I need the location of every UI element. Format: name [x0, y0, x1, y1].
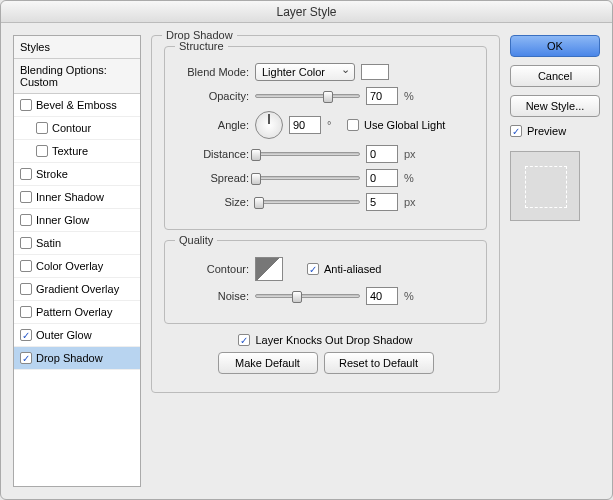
preview-checkbox[interactable]: ✓Preview [510, 125, 600, 137]
knockout-checkbox[interactable]: ✓Layer Knocks Out Drop Shadow [238, 334, 412, 346]
sidebar-item-label: Inner Glow [36, 214, 89, 226]
right-buttons: OK Cancel New Style... ✓Preview [510, 35, 600, 487]
checkbox-icon[interactable]: ✓ [20, 329, 32, 341]
preview-thumbnail [510, 151, 580, 221]
window-title: Layer Style [1, 1, 612, 23]
checkbox-icon[interactable]: ✓ [20, 352, 32, 364]
checkbox-icon[interactable] [20, 306, 32, 318]
sidebar-item-inner-shadow[interactable]: Inner Shadow [14, 186, 140, 209]
unit-percent: % [404, 290, 418, 302]
noise-label: Noise: [177, 290, 249, 302]
ok-button[interactable]: OK [510, 35, 600, 57]
distance-label: Distance: [177, 148, 249, 160]
sidebar-item-label: Pattern Overlay [36, 306, 112, 318]
opacity-input[interactable]: 70 [366, 87, 398, 105]
quality-legend: Quality [175, 234, 217, 246]
opacity-slider[interactable] [255, 94, 360, 98]
checkbox-icon[interactable] [36, 145, 48, 157]
noise-input[interactable]: 40 [366, 287, 398, 305]
sidebar-item-pattern-overlay[interactable]: Pattern Overlay [14, 301, 140, 324]
angle-dial[interactable] [255, 111, 283, 139]
checkbox-icon: ✓ [510, 125, 522, 137]
layer-style-dialog: Layer Style Styles Blending Options: Cus… [0, 0, 613, 500]
structure-fieldset: Structure Blend Mode: Lighter Color Opac… [164, 46, 487, 230]
make-default-button[interactable]: Make Default [218, 352, 318, 374]
spread-slider[interactable] [255, 176, 360, 180]
sidebar-item-label: Drop Shadow [36, 352, 103, 364]
sidebar-item-contour[interactable]: Contour [14, 117, 140, 140]
sidebar-header[interactable]: Styles [14, 36, 140, 59]
sidebar-item-satin[interactable]: Satin [14, 232, 140, 255]
checkbox-icon[interactable] [20, 214, 32, 226]
knockout-label: Layer Knocks Out Drop Shadow [255, 334, 412, 346]
sidebar-item-label: Contour [52, 122, 91, 134]
use-global-label: Use Global Light [364, 119, 445, 131]
sidebar-item-inner-glow[interactable]: Inner Glow [14, 209, 140, 232]
sidebar-item-bevel[interactable]: Bevel & Emboss [14, 94, 140, 117]
distance-input[interactable]: 0 [366, 145, 398, 163]
preview-label: Preview [527, 125, 566, 137]
sidebar-item-label: Outer Glow [36, 329, 92, 341]
checkbox-icon[interactable] [20, 168, 32, 180]
unit-percent: % [404, 172, 418, 184]
sidebar-item-outer-glow[interactable]: ✓Outer Glow [14, 324, 140, 347]
sidebar-item-gradient-overlay[interactable]: Gradient Overlay [14, 278, 140, 301]
checkbox-icon: ✓ [238, 334, 250, 346]
checkbox-icon [347, 119, 359, 131]
blend-mode-label: Blend Mode: [177, 66, 249, 78]
checkbox-icon[interactable] [20, 99, 32, 111]
sidebar-item-label: Color Overlay [36, 260, 103, 272]
cancel-button[interactable]: Cancel [510, 65, 600, 87]
sidebar-item-label: Bevel & Emboss [36, 99, 117, 111]
checkbox-icon[interactable] [36, 122, 48, 134]
sidebar-item-color-overlay[interactable]: Color Overlay [14, 255, 140, 278]
unit-percent: % [404, 90, 418, 102]
noise-slider[interactable] [255, 294, 360, 298]
unit-px: px [404, 196, 418, 208]
drop-shadow-fieldset: Drop Shadow Structure Blend Mode: Lighte… [151, 35, 500, 393]
color-swatch[interactable] [361, 64, 389, 80]
angle-input[interactable]: 90 [289, 116, 321, 134]
settings-panel: Drop Shadow Structure Blend Mode: Lighte… [151, 35, 500, 487]
unit-degree: ° [327, 119, 341, 131]
use-global-light-checkbox[interactable]: Use Global Light [347, 119, 445, 131]
sidebar-item-label: Gradient Overlay [36, 283, 119, 295]
new-style-button[interactable]: New Style... [510, 95, 600, 117]
angle-label: Angle: [177, 119, 249, 131]
blending-options-row[interactable]: Blending Options: Custom [14, 59, 140, 94]
contour-label: Contour: [177, 263, 249, 275]
opacity-label: Opacity: [177, 90, 249, 102]
reset-default-button[interactable]: Reset to Default [324, 352, 434, 374]
styles-sidebar: Styles Blending Options: Custom Bevel & … [13, 35, 141, 487]
checkbox-icon[interactable] [20, 260, 32, 272]
unit-px: px [404, 148, 418, 160]
sidebar-item-stroke[interactable]: Stroke [14, 163, 140, 186]
distance-slider[interactable] [255, 152, 360, 156]
spread-input[interactable]: 0 [366, 169, 398, 187]
size-input[interactable]: 5 [366, 193, 398, 211]
sidebar-item-texture[interactable]: Texture [14, 140, 140, 163]
contour-picker[interactable] [255, 257, 283, 281]
sidebar-item-label: Texture [52, 145, 88, 157]
checkbox-icon[interactable] [20, 237, 32, 249]
size-slider[interactable] [255, 200, 360, 204]
spread-label: Spread: [177, 172, 249, 184]
sidebar-item-drop-shadow[interactable]: ✓Drop Shadow [14, 347, 140, 370]
checkbox-icon: ✓ [307, 263, 319, 275]
sidebar-item-label: Stroke [36, 168, 68, 180]
checkbox-icon[interactable] [20, 191, 32, 203]
checkbox-icon[interactable] [20, 283, 32, 295]
anti-aliased-label: Anti-aliased [324, 263, 381, 275]
sidebar-item-label: Satin [36, 237, 61, 249]
structure-legend: Structure [175, 40, 228, 52]
blend-mode-select[interactable]: Lighter Color [255, 63, 355, 81]
sidebar-item-label: Inner Shadow [36, 191, 104, 203]
anti-aliased-checkbox[interactable]: ✓Anti-aliased [307, 263, 381, 275]
dialog-content: Styles Blending Options: Custom Bevel & … [1, 23, 612, 499]
size-label: Size: [177, 196, 249, 208]
quality-fieldset: Quality Contour: ✓Anti-aliased Noise: 40… [164, 240, 487, 324]
